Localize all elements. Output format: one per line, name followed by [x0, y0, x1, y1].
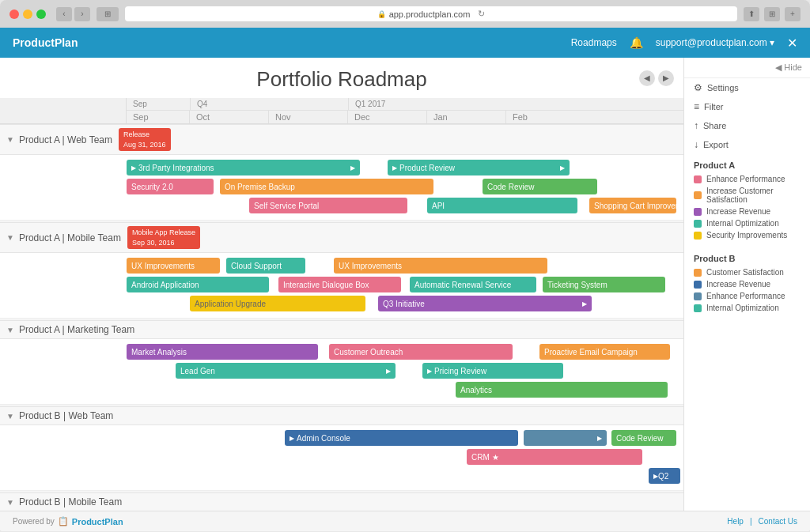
bar-code-review-b[interactable]: Code Review — [611, 430, 676, 446]
share-label: Share — [703, 121, 726, 130]
group-chevron-b-mobile[interactable]: ▼ — [6, 498, 14, 507]
bar-admin-cont[interactable]: ▶ — [524, 430, 607, 446]
gantt-row: Security 2.0 On Premise Backup Code Revi… — [127, 179, 683, 196]
bar-dialogue-box[interactable]: Interactive Dialogue Box — [278, 277, 401, 292]
group-chevron-web[interactable]: ▼ — [6, 135, 14, 144]
top-nav: ProductPlan Roadmaps 🔔 support@productpl… — [0, 28, 810, 58]
timeline-nav-arrows: ◀ ▶ — [639, 70, 674, 86]
group-name-b-web: Product B | Web Team — [19, 410, 113, 421]
forward-button[interactable]: › — [74, 7, 90, 21]
hide-button[interactable]: ◀ Hide — [684, 58, 810, 78]
legend-security-imp: Security Improvements — [684, 229, 810, 241]
group-name-mobile: Product A | Mobile Team — [19, 232, 121, 243]
browser-actions: ⬆ ⊞ + — [744, 7, 801, 21]
close-button[interactable]: ✕ — [787, 36, 797, 51]
gantt-row: Market Analysis Customer Outreach Proact… — [127, 344, 683, 361]
traffic-lights — [9, 9, 46, 19]
roadmap-title-bar: Portfolio Roadmap ◀ ▶ — [0, 58, 683, 98]
contact-link[interactable]: Contact Us — [759, 517, 797, 526]
filter-label: Filter — [704, 102, 723, 111]
legend-b-enhance-perf: Enhance Performance — [684, 290, 810, 302]
legend-enhance-perf: Enhance Performance — [684, 173, 810, 185]
legend-b-cust-sat: Customer Satisfaction — [684, 266, 810, 278]
share-button[interactable]: ⬆ — [744, 7, 759, 21]
share-icon: ↑ — [694, 120, 698, 131]
gantt-rows-b-web: ▶Admin Console ▶ Code Review CRM ★ ▶Q2 — [0, 425, 683, 491]
next-arrow[interactable]: ▶ — [658, 70, 674, 86]
share-menu-item[interactable]: ↑ Share — [684, 116, 810, 135]
gantt-row: Android Application Interactive Dialogue… — [127, 277, 683, 294]
filter-icon: ≡ — [694, 101, 699, 112]
bar-admin-console[interactable]: ▶Admin Console — [285, 430, 518, 446]
back-button[interactable]: ‹ — [56, 7, 72, 21]
month-feb: Feb — [506, 111, 585, 123]
product-b-section-label: Product B — [684, 247, 810, 266]
roadmaps-link[interactable]: Roadmaps — [571, 37, 617, 48]
bar-shopping-cart[interactable]: Shopping Cart Improvements — [589, 198, 676, 213]
legend-b-internal-opt: Internal Optimization — [684, 302, 810, 314]
bar-ticketing[interactable]: Ticketing System — [543, 277, 665, 292]
bar-3rd-party[interactable]: ▶3rd Party Integrations▶ — [127, 160, 360, 175]
legend-dot-b-cust-sat — [694, 269, 702, 277]
bar-android[interactable]: Android Application — [127, 277, 269, 292]
filter-menu-item[interactable]: ≡ Filter — [684, 97, 810, 116]
legend-increase-rev: Increase Revenue — [684, 206, 810, 217]
view-button[interactable]: ⊞ — [97, 7, 119, 21]
bar-api[interactable]: API — [427, 198, 577, 213]
milestone-badge-release: ReleaseAug 31, 2016 — [119, 128, 171, 151]
group-header-mobile: ▼ Product A | Mobile Team Mobile App Rel… — [0, 222, 683, 253]
month-oct: Oct — [190, 111, 269, 123]
address-bar[interactable]: 🔒 app.productplan.com ↻ — [125, 6, 737, 21]
export-menu-item[interactable]: ↓ Export — [684, 135, 810, 154]
browser-chrome: ‹ › ⊞ 🔒 app.productplan.com ↻ ⬆ ⊞ + — [0, 0, 810, 28]
bar-cloud-support[interactable]: Cloud Support — [226, 258, 305, 274]
minimize-traffic-light[interactable] — [23, 9, 32, 19]
user-email[interactable]: support@productplan.com ▾ — [656, 37, 774, 48]
legend-b-inc-rev: Increase Revenue — [684, 278, 810, 290]
bar-ux-improvements-1[interactable]: UX Improvements — [127, 258, 220, 274]
bar-ux-improvements-2[interactable]: UX Improvements — [334, 258, 547, 274]
group-chevron-b-web[interactable]: ▼ — [6, 412, 14, 421]
legend-dot-security-imp — [694, 232, 702, 240]
month-jan: Jan — [427, 111, 506, 123]
bar-proactive-email[interactable]: Proactive Email Campaign — [539, 344, 670, 360]
bar-security-2[interactable]: Security 2.0 — [127, 179, 214, 194]
group-header-marketing: ▼ Product A | Marketing Team — [0, 320, 683, 339]
fullscreen-button[interactable]: + — [785, 7, 801, 21]
prev-arrow[interactable]: ◀ — [639, 70, 655, 86]
bar-q3-initiative[interactable]: Q3 Initiative▶ — [378, 296, 592, 311]
group-name-marketing: Product A | Marketing Team — [19, 324, 134, 335]
group-chevron-marketing[interactable]: ▼ — [6, 326, 14, 334]
bar-on-premise[interactable]: On Premise Backup — [220, 179, 433, 194]
maximize-traffic-light[interactable] — [36, 9, 46, 19]
bar-customer-outreach[interactable]: Customer Outreach — [329, 344, 513, 360]
month-dec: Dec — [348, 111, 427, 123]
legend-dot-increase-rev — [694, 208, 702, 216]
bar-self-service[interactable]: Self Service Portal — [249, 198, 407, 213]
refresh-icon[interactable]: ↻ — [478, 9, 485, 19]
sidebar: ◀ Hide ⚙ Settings ≡ Filter ↑ Share ↓ Exp… — [683, 58, 810, 511]
bar-pricing-review[interactable]: ▶Pricing Review — [422, 363, 563, 379]
timeline-area: Sep Q4 Q1 2017 Sep Oct Nov Dec Jan Feb — [0, 98, 683, 511]
product-a-section-label: Product A — [684, 154, 810, 173]
footer-logo-icon: 📋 — [58, 516, 69, 526]
month-nov: Nov — [269, 111, 348, 123]
bar-lead-gen[interactable]: Lead Gen▶ — [176, 363, 396, 379]
roadmap-title: Portfolio Roadmap — [0, 67, 683, 92]
bar-product-review[interactable]: ▶Product Review▶ — [388, 160, 570, 175]
notifications-bell[interactable]: 🔔 — [630, 36, 643, 49]
bar-market-analysis[interactable]: Market Analysis — [127, 344, 318, 360]
bar-crm[interactable]: CRM ★ — [467, 449, 642, 465]
bar-analytics[interactable]: Analytics — [456, 382, 668, 398]
legend-dot-b-inc-rev — [694, 281, 702, 289]
bar-code-review-web[interactable]: Code Review — [483, 179, 597, 194]
bar-app-upgrade[interactable]: Application Upgrade — [190, 296, 365, 311]
bar-renewal[interactable]: Automatic Renewal Service — [410, 277, 536, 292]
close-traffic-light[interactable] — [9, 9, 19, 19]
settings-menu-item[interactable]: ⚙ Settings — [684, 78, 810, 97]
group-product-a-mobile: ▼ Product A | Mobile Team Mobile App Rel… — [0, 222, 683, 319]
new-tab-button[interactable]: ⊞ — [764, 7, 780, 21]
help-link[interactable]: Help — [727, 517, 744, 526]
group-chevron-mobile[interactable]: ▼ — [6, 233, 14, 242]
bar-q2[interactable]: ▶Q2 — [649, 468, 680, 484]
